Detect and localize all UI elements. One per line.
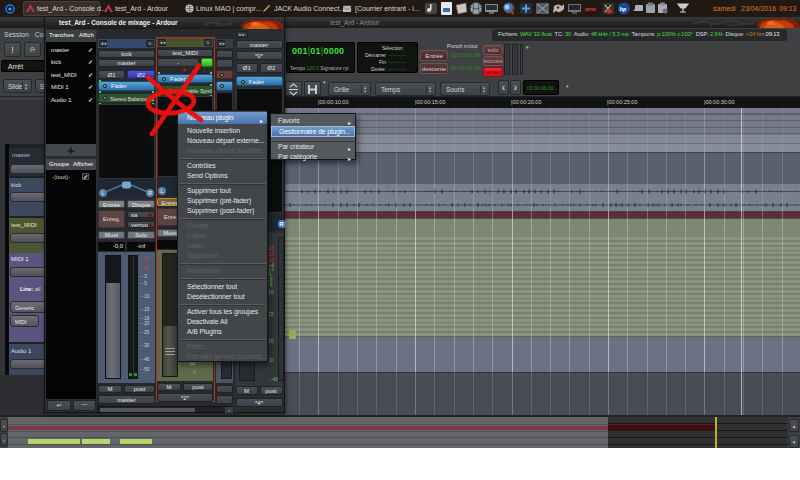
svg-text:hp: hp — [620, 5, 628, 12]
svg-text:arte: arte — [585, 6, 597, 12]
